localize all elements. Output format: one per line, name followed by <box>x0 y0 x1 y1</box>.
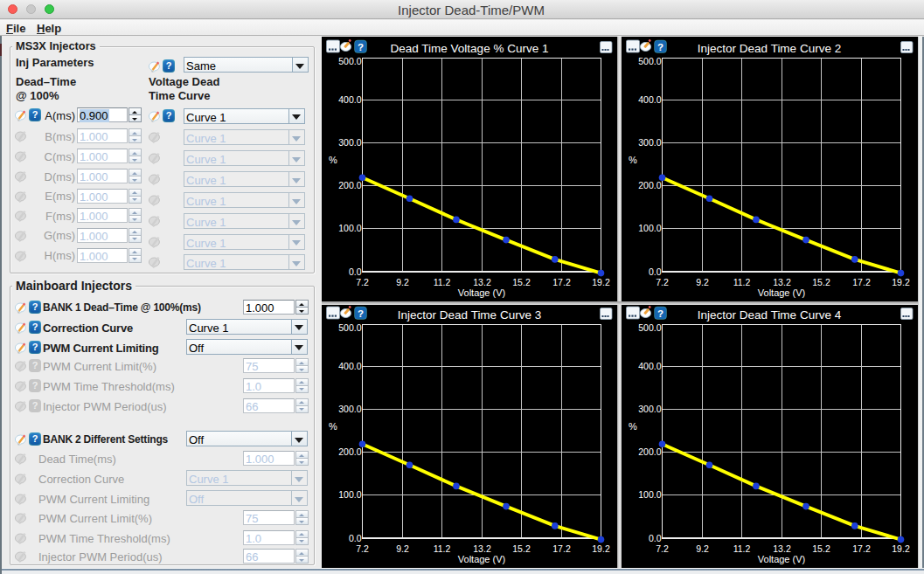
svg-text:19.2: 19.2 <box>892 543 910 554</box>
svg-text:%: % <box>329 421 337 432</box>
svg-text:300.0: 300.0 <box>338 137 361 148</box>
svg-text:9.2: 9.2 <box>396 543 409 554</box>
svg-text:200.0: 200.0 <box>638 180 661 190</box>
svg-text:500.0: 500.0 <box>338 56 361 66</box>
svg-text:?: ? <box>358 308 364 319</box>
svg-text:300.0: 300.0 <box>338 404 361 414</box>
svg-text:9.2: 9.2 <box>696 543 709 554</box>
svg-text:13.2: 13.2 <box>773 543 791 554</box>
svg-text:200.0: 200.0 <box>338 446 361 457</box>
svg-text:11.2: 11.2 <box>733 277 751 287</box>
svg-text:Injector Dead Time Curve 4: Injector Dead Time Curve 4 <box>698 308 842 322</box>
svg-text:7.2: 7.2 <box>656 277 669 287</box>
svg-text:13.2: 13.2 <box>473 543 491 554</box>
svg-text:%: % <box>629 421 637 432</box>
svg-text:400.0: 400.0 <box>338 94 361 105</box>
svg-text:11.2: 11.2 <box>434 277 451 287</box>
svg-text:7.2: 7.2 <box>356 543 369 554</box>
svg-text:0.0: 0.0 <box>349 533 362 543</box>
svg-text:11.2: 11.2 <box>733 543 751 554</box>
svg-text:19.2: 19.2 <box>592 277 610 287</box>
svg-text:17.2: 17.2 <box>852 277 871 287</box>
svg-text:7.2: 7.2 <box>356 277 369 287</box>
svg-text:Injector Dead Time Curve 2: Injector Dead Time Curve 2 <box>698 42 841 55</box>
svg-text:?: ? <box>657 42 663 52</box>
svg-text:19.2: 19.2 <box>592 543 610 554</box>
svg-text:400.0: 400.0 <box>638 361 661 371</box>
svg-text:17.2: 17.2 <box>552 543 571 554</box>
svg-text:Injector Dead Time Curve 3: Injector Dead Time Curve 3 <box>398 308 541 322</box>
svg-text:13.2: 13.2 <box>473 277 491 287</box>
svg-text:0.0: 0.0 <box>649 533 662 543</box>
svg-text:200.0: 200.0 <box>338 180 361 190</box>
svg-text:200.0: 200.0 <box>638 446 661 457</box>
svg-text:17.2: 17.2 <box>852 543 871 554</box>
svg-text:400.0: 400.0 <box>638 94 661 105</box>
svg-text:17.2: 17.2 <box>552 277 571 287</box>
svg-text:500.0: 500.0 <box>638 322 661 333</box>
svg-text:15.2: 15.2 <box>512 543 531 554</box>
svg-text:9.2: 9.2 <box>396 277 409 287</box>
svg-text:Dead Time Voltage % Curve 1: Dead Time Voltage % Curve 1 <box>391 42 549 55</box>
svg-text:15.2: 15.2 <box>812 543 830 554</box>
svg-text:?: ? <box>358 42 364 52</box>
svg-text:%: % <box>329 155 337 165</box>
svg-text:?: ? <box>657 308 663 319</box>
svg-text:100.0: 100.0 <box>338 223 361 233</box>
svg-text:Voltage (V): Voltage (V) <box>758 554 805 564</box>
svg-text:15.2: 15.2 <box>812 277 830 287</box>
svg-text:100.0: 100.0 <box>338 489 361 500</box>
svg-text:500.0: 500.0 <box>338 322 361 333</box>
svg-text:100.0: 100.0 <box>638 223 661 233</box>
svg-text:13.2: 13.2 <box>773 277 791 287</box>
svg-text:7.2: 7.2 <box>656 543 669 554</box>
svg-text:100.0: 100.0 <box>638 489 661 500</box>
svg-text:Voltage (V): Voltage (V) <box>758 287 805 298</box>
svg-text:Voltage (V): Voltage (V) <box>458 287 505 298</box>
svg-text:11.2: 11.2 <box>434 543 451 554</box>
svg-text:0.0: 0.0 <box>649 266 662 277</box>
svg-text:300.0: 300.0 <box>638 404 661 414</box>
svg-text:0.0: 0.0 <box>349 266 362 277</box>
svg-text:%: % <box>629 155 637 165</box>
svg-text:9.2: 9.2 <box>696 277 709 287</box>
svg-text:15.2: 15.2 <box>512 277 531 287</box>
svg-text:500.0: 500.0 <box>638 56 661 66</box>
svg-text:400.0: 400.0 <box>338 361 361 371</box>
svg-text:Voltage (V): Voltage (V) <box>458 554 505 564</box>
svg-text:19.2: 19.2 <box>892 277 910 287</box>
svg-text:300.0: 300.0 <box>638 137 661 148</box>
